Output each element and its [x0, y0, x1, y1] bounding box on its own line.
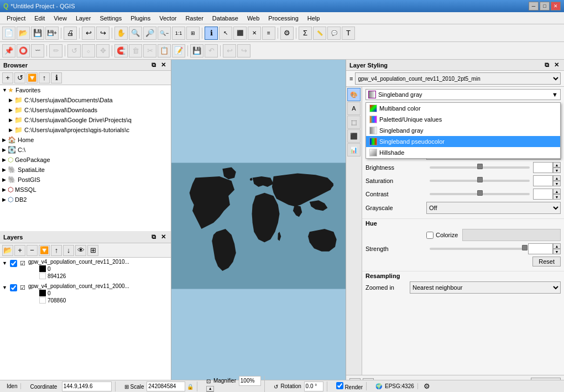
digitize2-btn[interactable]: ⭕	[17, 44, 30, 58]
brightness-thumb[interactable]	[477, 164, 483, 169]
renderer-option-hillshade[interactable]: Hillshade	[366, 147, 560, 158]
move-btn[interactable]: ✥	[96, 44, 109, 58]
layer-name-1[interactable]: gpw_v4_population_count_rev11_2010...	[28, 259, 169, 265]
contrast-input[interactable]: 0	[533, 189, 553, 200]
digitize3-btn[interactable]: 〰	[31, 44, 44, 58]
browser-collapse-btn[interactable]: ↑	[39, 72, 50, 83]
style-symbology-btn[interactable]: 🎨	[347, 88, 361, 101]
select-region-btn[interactable]: ⬛	[233, 27, 247, 40]
identify-btn[interactable]: ℹ	[205, 27, 218, 40]
render-checkbox[interactable]	[336, 382, 343, 389]
tips-btn[interactable]: 💬	[327, 27, 341, 40]
zoomed-in-select[interactable]: Nearest neighbour	[410, 281, 561, 294]
renderer-option-pseudo[interactable]: Singleband pseudocolor	[366, 136, 560, 147]
zoom-out-btn[interactable]: 🔍−	[158, 27, 171, 40]
styling-close-btn[interactable]: ✕	[552, 61, 561, 69]
postgis-expand[interactable]: ▶	[2, 177, 8, 182]
home-expand[interactable]: ▶	[2, 137, 8, 143]
layer-expand-1[interactable]: ▼	[2, 260, 7, 266]
layer-check2-1[interactable]: ☑	[20, 260, 25, 267]
maximize-button[interactable]: □	[540, 2, 550, 11]
brightness-up[interactable]: ▲	[553, 162, 561, 168]
tree-geopackage[interactable]: ▶ ⬡ GeoPackage	[0, 155, 171, 165]
rotate-btn[interactable]: ↺	[67, 44, 81, 58]
browser-filter-btn[interactable]: 🔽	[27, 72, 38, 83]
status-crs[interactable]: 🌍 EPSG:4326	[372, 383, 418, 389]
tree-downloads[interactable]: ▶ 📁 C:\Users\ujaval\Downloads	[0, 105, 171, 115]
tree-favorites[interactable]: ▼ ★ Favorites	[0, 85, 171, 95]
tree-gdrive[interactable]: ▶ 📁 C:\Users\ujaval\Google Drive\Project…	[0, 115, 171, 125]
rotation-input[interactable]	[304, 381, 323, 391]
contrast-thumb[interactable]	[477, 190, 483, 196]
layer-expand-btn[interactable]: ⊞	[87, 245, 98, 256]
data-expand[interactable]: ▶	[9, 97, 14, 103]
menu-view[interactable]: View	[49, 14, 71, 23]
browser-float-btn[interactable]: ⧉	[150, 61, 158, 69]
style-3d-btn[interactable]: ⬛	[347, 129, 361, 143]
style-diagram-btn[interactable]: 📊	[347, 143, 361, 156]
tree-home[interactable]: ▶ 🏠 Home	[0, 135, 171, 145]
node-btn[interactable]: ⬦	[82, 44, 95, 58]
style-mask-btn[interactable]: ⬚	[347, 116, 361, 129]
layer-add-btn[interactable]: +	[14, 245, 25, 256]
save-layer-btn[interactable]: 💾	[190, 44, 203, 58]
colorize-checkbox[interactable]	[426, 232, 434, 239]
menu-help[interactable]: Help	[303, 14, 325, 23]
renderer-dropdown[interactable]: Singleband gray ▼	[365, 89, 561, 100]
contrast-down[interactable]: ▼	[553, 194, 561, 200]
gdrive-expand[interactable]: ▶	[9, 117, 14, 123]
layers-float-btn[interactable]: ⧉	[150, 233, 158, 241]
renderer-option-singleband-gray[interactable]: Singleband gray	[366, 125, 560, 136]
strength-down[interactable]: ▼	[553, 249, 561, 254]
close-button[interactable]: ✕	[551, 2, 561, 11]
menu-project[interactable]: Project	[2, 14, 30, 23]
open-attr-btn[interactable]: ≡	[262, 27, 275, 40]
menu-edit[interactable]: Edit	[30, 14, 49, 23]
scale-lock[interactable]: 🔒	[187, 383, 194, 389]
text-btn[interactable]: T	[342, 27, 355, 40]
redo2-btn[interactable]: ↪	[237, 44, 250, 58]
minimize-button[interactable]: ─	[529, 2, 539, 11]
reset-btn[interactable]: Reset	[532, 257, 561, 266]
tree-data-folder[interactable]: ▶ 📁 C:\Users\ujaval\Documents\Data	[0, 95, 171, 105]
new-project-btn[interactable]: 📄	[2, 27, 15, 40]
layer-name-select[interactable]: gpw_v4_population_count_rev11_2010_2pt5_…	[355, 72, 561, 85]
rollback-btn[interactable]: ↶	[205, 44, 218, 58]
renderer-option-paletted[interactable]: Paletted/Unique values	[366, 114, 560, 125]
geo-expand[interactable]: ▶	[2, 157, 8, 163]
menu-settings[interactable]: Settings	[95, 14, 126, 23]
layer-name-2[interactable]: gpw_v4_population_count_rev11_2000...	[28, 283, 169, 289]
select-features-btn[interactable]: ↖	[219, 27, 232, 40]
saturation-slider[interactable]	[430, 180, 530, 182]
delete-btn[interactable]: 🗑	[129, 44, 142, 58]
db2-expand[interactable]: ▶	[2, 197, 8, 202]
browser-close-btn[interactable]: ✕	[159, 61, 168, 69]
coordinate-input[interactable]	[62, 381, 112, 391]
renderer-option-multiband[interactable]: Multiband color	[366, 103, 560, 114]
style-labels-btn[interactable]: A	[347, 102, 361, 115]
menu-database[interactable]: Database	[208, 14, 243, 23]
styling-float-btn[interactable]: ⧉	[543, 61, 551, 69]
menu-web[interactable]: Web	[243, 14, 264, 23]
cut-btn[interactable]: ✂	[143, 44, 156, 58]
mssql-expand[interactable]: ▶	[2, 187, 8, 192]
projects-expand[interactable]: ▶	[9, 127, 14, 133]
edit-btn[interactable]: ✏	[49, 44, 62, 58]
open-project-btn[interactable]: 📂	[17, 27, 30, 40]
layers-close-btn[interactable]: ✕	[159, 233, 168, 241]
tree-spatialite[interactable]: ▶ 🐘 SpatiaLite	[0, 165, 171, 175]
menu-vector[interactable]: Vector	[155, 14, 181, 23]
menu-processing[interactable]: Processing	[264, 14, 302, 23]
colorize-color[interactable]	[462, 229, 561, 241]
tree-mssql[interactable]: ▶ ⬡ MSSQL	[0, 185, 171, 195]
status-mode[interactable]: Iden	[3, 383, 21, 389]
brightness-slider[interactable]	[430, 166, 530, 169]
favorites-expand[interactable]: ▼	[2, 87, 8, 93]
layer-remove-btn[interactable]: −	[27, 245, 38, 256]
menu-layer[interactable]: Layer	[71, 14, 96, 23]
contrast-slider[interactable]	[430, 193, 530, 195]
spatial-expand[interactable]: ▶	[2, 167, 8, 173]
layer-open-btn[interactable]: 📂	[2, 245, 13, 256]
contrast-up[interactable]: ▲	[553, 189, 561, 194]
strength-thumb[interactable]	[522, 245, 528, 250]
